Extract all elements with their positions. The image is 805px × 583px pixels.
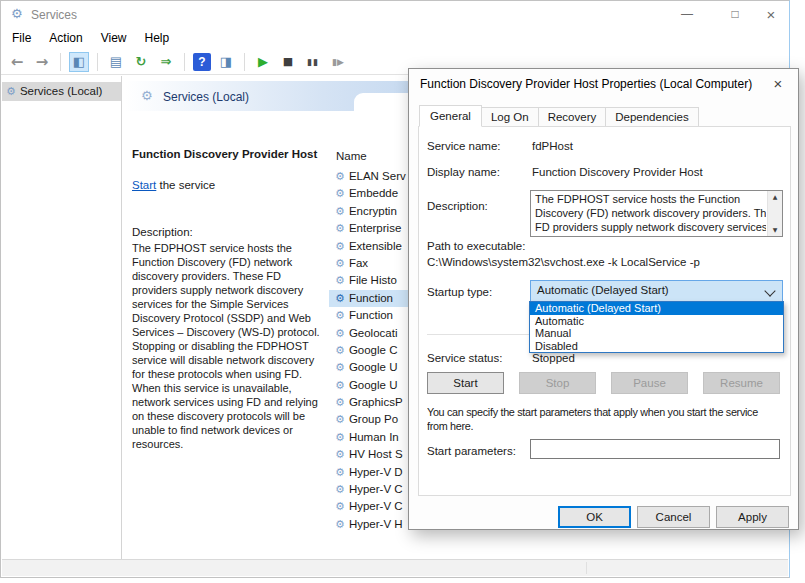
pause-service-icon[interactable]: ▮▮ (303, 52, 323, 72)
description-line: Function Discovery (FD) network (132, 255, 347, 269)
startup-type-value: Automatic (Delayed Start) (537, 284, 669, 296)
action-pane-icon[interactable]: ◨ (216, 52, 236, 72)
start-service-link[interactable]: Start (132, 179, 156, 191)
dialog-close-icon[interactable]: × (764, 72, 792, 95)
display-name-label: Display name: (427, 166, 500, 178)
service-row-label: ELAN Serv (349, 170, 406, 182)
dialog-tab-general[interactable]: General (419, 105, 482, 127)
gear-icon: ⚙ (6, 85, 16, 98)
note-line: You can specify the start parameters tha… (427, 405, 787, 419)
tree-item-services-local[interactable]: ⚙Services (Local) (2, 82, 121, 101)
menu-bar: FileActionViewHelp (3, 29, 789, 49)
toolbar-separator (60, 53, 61, 71)
chevron-down-icon (764, 285, 775, 296)
startup-option[interactable]: Automatic (530, 315, 783, 328)
menu-view[interactable]: View (92, 29, 136, 47)
service-row-label: Enterprise (349, 222, 401, 234)
status-bar (2, 559, 788, 576)
dialog-tab-dependencies[interactable]: Dependencies (605, 107, 699, 127)
resume-service-icon[interactable]: ▮▶ (328, 52, 348, 72)
apply-button[interactable]: Apply (716, 506, 789, 528)
service-gear-icon: ⚙ (335, 222, 345, 235)
start-service-button[interactable]: Start (427, 372, 504, 394)
service-row-label: Google U (349, 379, 398, 391)
service-row-label: Group Po (349, 413, 398, 425)
service-row-label: Google C (349, 344, 398, 356)
dialog-tab-log-on[interactable]: Log On (481, 107, 539, 127)
start-parameters-note: You can specify the start parameters tha… (427, 405, 787, 433)
description-line: Stopping or disabling the FDPHOST (132, 339, 347, 353)
status-bar-divider (586, 562, 587, 574)
start-parameters-input[interactable] (530, 439, 780, 459)
description-line: providers supply network discovery (132, 283, 347, 297)
service-row-label: Encryptin (349, 205, 397, 217)
gear-icon: ⚙ (141, 88, 153, 103)
stop-service-icon[interactable]: ■ (278, 52, 298, 72)
service-row-label: Google U (349, 361, 398, 373)
path-label: Path to executable: (427, 240, 525, 252)
forward-icon[interactable]: → (32, 52, 52, 72)
scroll-down-arrow-icon[interactable]: ▼ (768, 224, 782, 236)
service-action-suffix: the service (156, 179, 215, 191)
service-row-label: GraphicsP (349, 396, 403, 408)
service-gear-icon: ⚙ (335, 170, 345, 183)
startup-option[interactable]: Manual (530, 327, 783, 340)
back-icon[interactable]: ← (7, 52, 27, 72)
description-line: FD providers supply network discovery se… (535, 220, 766, 234)
service-gear-icon: ⚙ (335, 257, 345, 270)
service-gear-icon: ⚙ (335, 448, 345, 461)
export-list-icon[interactable]: ⇒ (156, 52, 176, 72)
minimize-button[interactable]: — (669, 2, 705, 27)
description-line: discovery providers. These FD (132, 269, 347, 283)
service-gear-icon: ⚙ (335, 379, 345, 392)
service-gear-icon: ⚙ (335, 396, 345, 409)
console-tree-icon[interactable]: ◧ (69, 52, 89, 72)
ok-button[interactable]: OK (558, 506, 631, 528)
description-line: for these protocols when using FD. (132, 367, 347, 381)
scroll-up-arrow-icon[interactable]: ▲ (768, 191, 782, 203)
dialog-tabs: GeneralLog OnRecoveryDependencies (419, 105, 698, 127)
description-line: Discovery Protocol (SSDP) and Web (132, 311, 347, 325)
console-tree: ⚙Services (Local) (2, 76, 122, 559)
properties-icon[interactable]: ▤ (106, 52, 126, 72)
service-gear-icon: ⚙ (335, 361, 345, 374)
cancel-button[interactable]: Cancel (637, 506, 710, 528)
description-line: services for the Simple Services (132, 297, 347, 311)
start-service-icon[interactable]: ▶ (253, 52, 273, 72)
description-text: The FDPHOST service hosts the FunctionDi… (535, 192, 766, 234)
menu-action[interactable]: Action (40, 29, 91, 47)
selected-service-title: Function Discovery Provider Host (132, 148, 317, 160)
description-line: When this service is unavailable, (132, 381, 347, 395)
startup-type-dropdown: Automatic (Delayed Start)AutomaticManual… (529, 301, 784, 353)
toolbar-separator (97, 53, 98, 71)
startup-type-combobox[interactable]: Automatic (Delayed Start) (530, 280, 783, 302)
service-row-label: Hyper-V D (349, 466, 403, 478)
service-gear-icon: ⚙ (335, 274, 345, 287)
service-gear-icon: ⚙ (335, 344, 345, 357)
service-row-label: Hyper-V C (349, 500, 403, 512)
service-name-value: fdPHost (532, 140, 573, 152)
startup-option[interactable]: Automatic (Delayed Start) (530, 302, 783, 315)
refresh-icon[interactable]: ↻ (131, 52, 151, 72)
path-value: C:\Windows\system32\svchost.exe -k Local… (427, 256, 700, 268)
service-status-label: Service status: (427, 352, 502, 364)
menu-help[interactable]: Help (136, 29, 179, 47)
help-icon[interactable]: ? (193, 53, 211, 71)
title-bar: ⚙ Services — □ × (1, 1, 789, 29)
service-gear-icon: ⚙ (335, 466, 345, 479)
startup-option[interactable]: Disabled (530, 340, 783, 353)
service-row-label: File Histo (349, 274, 397, 286)
description-textbox[interactable]: The FDPHOST service hosts the FunctionDi… (530, 190, 783, 237)
description-line: network services using FD and relying (132, 395, 347, 409)
startup-type-label: Startup type: (427, 286, 492, 298)
service-action-line: Start the service (132, 179, 215, 191)
maximize-button[interactable]: □ (717, 2, 753, 27)
toolbar-separator (244, 53, 245, 71)
service-description: The FDPHOST service hosts theFunction Di… (132, 241, 347, 451)
service-gear-icon: ⚙ (335, 187, 345, 200)
dialog-tab-recovery[interactable]: Recovery (538, 107, 607, 127)
name-column-header[interactable]: Name (336, 150, 367, 162)
menu-file[interactable]: File (3, 29, 40, 47)
close-button[interactable]: × (753, 2, 789, 27)
properties-dialog: Function Discovery Provider Host Propert… (408, 68, 799, 530)
